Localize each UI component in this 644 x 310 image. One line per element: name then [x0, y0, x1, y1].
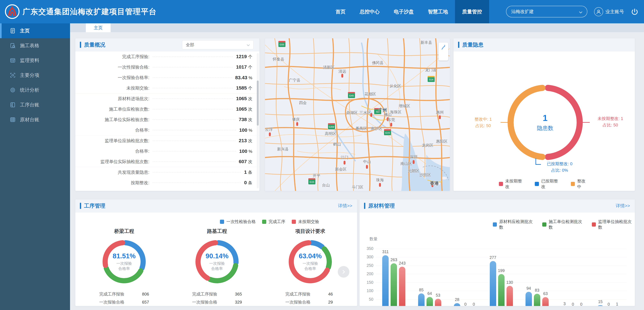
- dotted-leader: [153, 130, 236, 130]
- project-select[interactable]: 汕梅改扩建: [506, 6, 587, 18]
- nav-item-control-center[interactable]: 总控中心: [352, 0, 387, 23]
- process-legend: 一次性检验合格完成工序未按期交验: [220, 219, 319, 224]
- logout-button[interactable]: [630, 8, 639, 16]
- sidebar-item-main-subitems[interactable]: 主要分项: [0, 68, 70, 82]
- stat-value: 1条: [244, 190, 252, 191]
- filter-value: 全部: [186, 42, 194, 48]
- nav-item-home[interactable]: 首页: [328, 0, 352, 23]
- stat-label: 共发现质量隐患:: [82, 170, 150, 175]
- highway-shield-icon: S14: [427, 76, 435, 82]
- map-place-label: 鹤山: [333, 142, 341, 147]
- scrollbar-thumb[interactable]: [257, 80, 259, 126]
- bar-value-label: 0: [572, 302, 591, 306]
- map-place-label: 新丰县: [420, 40, 432, 45]
- app-header: 广东交通集团 汕梅改扩建项目管理平台 首页总控中心电子沙盘智慧工地质量管控 汕梅…: [0, 0, 644, 23]
- stat-row: 一次性报验合格:1017个: [75, 62, 259, 72]
- nav-item-quality-control[interactable]: 质量管控: [455, 0, 489, 23]
- scan-icon: [10, 72, 16, 78]
- legend-item: 原材料应检测批次数: [493, 219, 536, 230]
- stat-value: 213次: [239, 138, 252, 144]
- stat-value: 46: [328, 290, 335, 298]
- stat-value: 738次: [239, 117, 252, 122]
- sidebar-item-label: 监理资料: [20, 57, 39, 64]
- dotted-leader: [153, 109, 233, 109]
- donut-percent: 63.04%: [299, 252, 322, 260]
- y-tick-label: 250: [360, 263, 373, 268]
- stat-row: 监理单位实际抽检批次数:607次: [75, 156, 259, 167]
- process-charts: 一次性检验合格完成工序未按期交验桥梁工程81.51%一次报验合格率完成工序报验8…: [75, 212, 357, 306]
- legend-item: 未按期交验: [292, 219, 319, 224]
- stat-label: 一次性报验合格:: [82, 64, 150, 70]
- map-place-label: 南沙区: [371, 126, 382, 131]
- bar-监理单位抽检批次数: [506, 286, 513, 306]
- main-nav: 首页总控中心电子沙盘智慧工地质量管控: [328, 0, 489, 23]
- map-place-label: 珠海: [376, 178, 384, 182]
- bar-施工单位检测批次数: [426, 297, 433, 306]
- map-pin-icon: [366, 165, 368, 169]
- carousel-next-button[interactable]: [338, 266, 349, 278]
- legend-item: 整改中: [571, 178, 590, 190]
- sidebar-item-label: 主页: [20, 28, 30, 34]
- bar-监理单位抽检批次数: [542, 297, 549, 306]
- quality-overview-list: 完成工序报验:1219个一次性报验合格:1017个一次报验合格率:83.43%未…: [75, 51, 259, 191]
- sidebar-item-construction-forms[interactable]: 施工表格: [0, 38, 70, 53]
- map-layers-button[interactable]: [438, 42, 448, 60]
- donut-title: 路基工程: [172, 228, 262, 235]
- legend-item: 已按期整改: [535, 178, 562, 190]
- grid-line: [376, 266, 626, 266]
- hazard-count-label: 隐患数: [537, 124, 553, 132]
- donut-percent: 81.51%: [113, 252, 136, 260]
- map-place-label: 高明区: [325, 131, 336, 136]
- bar-value-label: 63: [536, 291, 555, 296]
- stat-value: 29: [328, 298, 335, 306]
- map-place-label: 东莞: [387, 117, 395, 122]
- nav-item-sandbox[interactable]: 电子沙盘: [387, 0, 421, 23]
- scrollbar[interactable]: [257, 53, 259, 188]
- stat-value: 365: [235, 290, 242, 298]
- dotted-leader: [153, 88, 233, 88]
- map-place-label: 清新区: [323, 65, 334, 70]
- page-title: 汕梅改扩建项目管理平台: [70, 6, 157, 17]
- table-icon: [10, 116, 16, 123]
- materials-panel: 原材料管理 详情>> 原材料应检测批次数施工单位检测批次数监理单位抽检批次数数量…: [359, 199, 635, 306]
- stat-value: 0条: [244, 180, 252, 186]
- bar-value-label: 1: [608, 302, 627, 306]
- hazard-center-label: 1隐患数: [537, 113, 553, 132]
- stat-row: 施工单位应检验次数:1065次: [75, 104, 259, 114]
- sidebar-item-label: 原材台账: [20, 116, 39, 123]
- bar-value-label: 0: [464, 302, 484, 306]
- bar-施工单位检测批次数: [390, 263, 397, 306]
- dotted-leader: [153, 172, 241, 172]
- sidebar-item-material-ledger[interactable]: 原材台账: [0, 112, 70, 127]
- stat-value: 83.43%: [235, 75, 252, 80]
- stat-value: 1585个: [236, 85, 252, 91]
- donut-center-label: 一次报验合格率: [299, 261, 322, 271]
- region-map[interactable]: G55G45S14G4WG15G15G4新丰县怀集县清新区佛冈县清远龙门县广宁县…: [265, 38, 450, 191]
- stat-row: 一次报验合格率:83.43%: [75, 72, 259, 83]
- materials-detail-link[interactable]: 详情>>: [616, 203, 630, 209]
- bar-value-label: 277: [483, 255, 503, 260]
- stat-row: 未按期交验:1585个: [75, 83, 259, 93]
- sidebar-item-home[interactable]: 主页: [0, 23, 70, 38]
- hazard-chart: 1隐患数整改中: 1占比: 50未按期整改: 1占比: 50已按期整改: 0占比…: [454, 51, 635, 191]
- stat-row: 未按期整改:1条: [75, 188, 259, 191]
- tab-home[interactable]: 主页: [86, 23, 110, 32]
- nav-item-smart-site[interactable]: 智慧工地: [421, 0, 455, 23]
- sidebar-item-label: 施工表格: [20, 42, 39, 49]
- sidebar-item-supervision-docs[interactable]: 监理资料: [0, 53, 70, 68]
- dotted-leader: [153, 162, 236, 162]
- highway-shield-icon: G15: [308, 178, 316, 185]
- sidebar-item-stats-analysis[interactable]: 统计分析: [0, 82, 70, 98]
- title-accent-bar: [80, 203, 81, 209]
- y-tick-label: 300: [360, 254, 373, 259]
- map-place-label: 佛冈县: [372, 60, 384, 66]
- quality-overview-filter-select[interactable]: 全部: [182, 40, 254, 49]
- process-detail-link[interactable]: 详情>>: [338, 203, 352, 209]
- sidebar-item-process-ledger[interactable]: 工序台账: [0, 98, 70, 112]
- stat-label: 未按期整改:: [82, 190, 150, 191]
- stat-label: 施工单位应检验次数:: [82, 106, 150, 112]
- materials-legend: 原材料应检测批次数施工单位检测批次数监理单位抽检批次数: [493, 219, 635, 230]
- map-place-label: 惠阳区: [436, 139, 448, 144]
- stat-value: 100%: [239, 128, 252, 133]
- account-menu[interactable]: 业主账号: [594, 0, 624, 23]
